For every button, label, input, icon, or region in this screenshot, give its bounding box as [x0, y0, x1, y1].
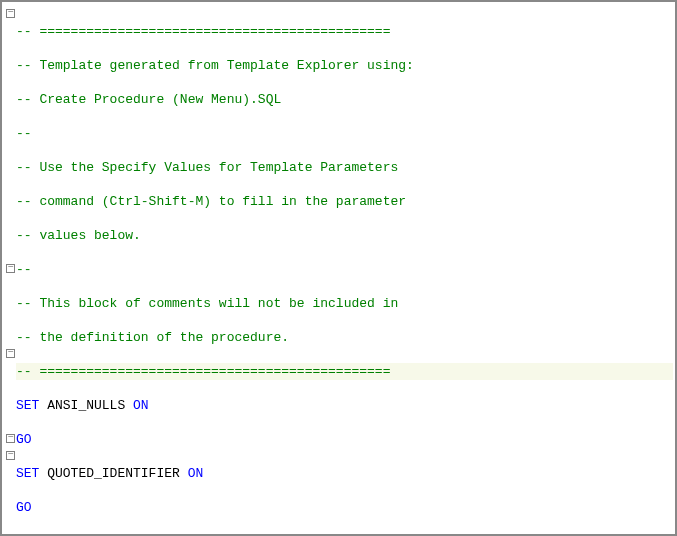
keyword-on: ON	[133, 398, 149, 413]
code-editor[interactable]: -- =====================================…	[16, 6, 673, 532]
text: ANSI_NULLS	[39, 398, 133, 413]
fold-toggle[interactable]	[6, 434, 15, 443]
keyword-go: GO	[16, 500, 32, 515]
comment: -- Template generated from Template Expl…	[16, 58, 414, 73]
comment: -- This block of comments will not be in…	[16, 296, 398, 311]
comment: -- =====================================…	[16, 24, 390, 39]
comment: --	[16, 126, 32, 141]
comment: -- command (Ctrl-Shift-M) to fill in the…	[16, 194, 406, 209]
comment: -- Use the Specify Values for Template P…	[16, 160, 398, 175]
fold-toggle[interactable]	[6, 349, 15, 358]
comment: -- Create Procedure (New Menu).SQL	[16, 92, 281, 107]
text: QUOTED_IDENTIFIER	[39, 466, 187, 481]
comment: -- the definition of the procedure.	[16, 330, 289, 345]
keyword-set: SET	[16, 466, 39, 481]
comment: --	[16, 262, 32, 277]
fold-toggle[interactable]	[6, 264, 15, 273]
comment: -- =====================================…	[16, 364, 390, 379]
keyword-go: GO	[16, 432, 32, 447]
comment: -- values below.	[16, 228, 141, 243]
keyword-on: ON	[188, 466, 204, 481]
keyword-set: SET	[16, 398, 39, 413]
fold-toggle[interactable]	[6, 9, 15, 18]
fold-toggle[interactable]	[6, 451, 15, 460]
